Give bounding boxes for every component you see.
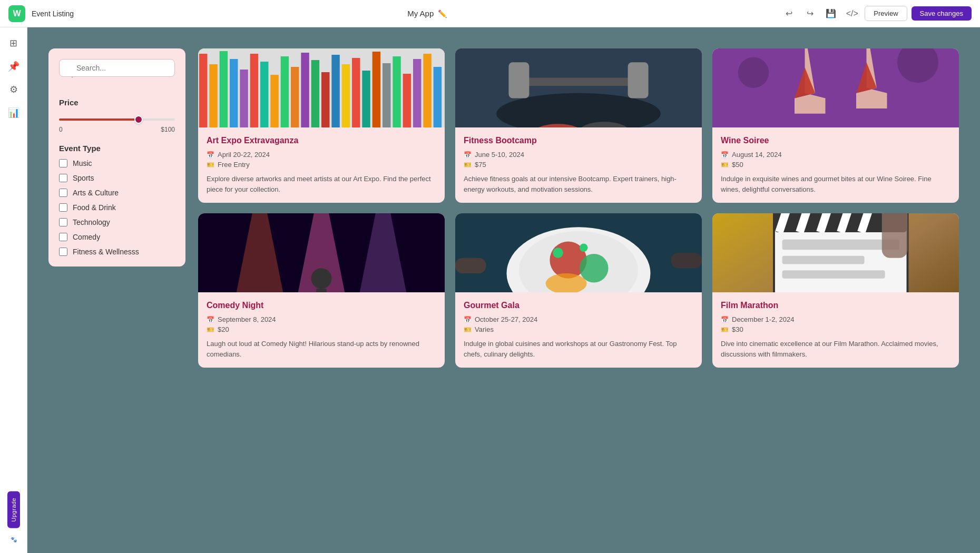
event-date-fitness: 📅 June 5-10, 2024 xyxy=(464,151,693,159)
checkbox-fitness[interactable]: Fitness & Wellnesss xyxy=(59,248,175,256)
svg-rect-43 xyxy=(316,289,327,292)
search-input[interactable] xyxy=(59,59,175,77)
svg-rect-5 xyxy=(250,54,258,127)
ticket-icon-2: 🎫 xyxy=(464,161,472,169)
ticket-icon-4: 🎫 xyxy=(207,326,214,333)
topbar-actions: ↩ ↪ 💾 </> Preview Save changes xyxy=(780,5,972,22)
event-price-film: 🎫 $30 xyxy=(721,325,950,333)
svg-rect-17 xyxy=(373,52,380,127)
svg-rect-58 xyxy=(455,258,486,273)
checkbox-arts-input[interactable] xyxy=(59,189,67,197)
price-slider[interactable] xyxy=(59,118,175,121)
event-card-body-comedy: Comedy Night 📅 September 8, 2024 🎫 $20 L… xyxy=(198,292,445,368)
filter-panel: 🔍 Price 0 $100 Event Type Music xyxy=(48,48,185,266)
checkbox-comedy-input[interactable] xyxy=(59,233,67,241)
checkbox-fitness-input[interactable] xyxy=(59,248,67,256)
events-grid: Art Expo Extravaganza 📅 April 20-22, 202… xyxy=(198,48,959,532)
event-desc-gourmet: Indulge in global cuisines and workshops… xyxy=(464,339,693,359)
event-price-art: 🎫 Free Entry xyxy=(207,161,436,169)
preview-button[interactable]: Preview xyxy=(865,6,907,21)
event-meta-fitness: 📅 June 5-10, 2024 🎫 $75 xyxy=(464,151,693,169)
ticket-icon-3: 🎫 xyxy=(721,161,729,169)
svg-rect-9 xyxy=(291,67,299,127)
checkbox-food-input[interactable] xyxy=(59,203,67,212)
svg-rect-18 xyxy=(383,63,390,127)
checkbox-technology-input[interactable] xyxy=(59,218,67,226)
upgrade-button[interactable]: Upgrade xyxy=(7,491,20,528)
ticket-icon-6: 🎫 xyxy=(721,326,729,333)
svg-rect-16 xyxy=(362,71,370,127)
svg-rect-8 xyxy=(281,56,289,127)
svg-rect-22 xyxy=(423,54,431,127)
gourmet-image xyxy=(455,213,702,292)
svg-rect-12 xyxy=(321,72,329,127)
svg-rect-23 xyxy=(434,67,442,127)
event-price-wine: 🎫 $50 xyxy=(721,161,950,169)
checkbox-comedy[interactable]: Comedy xyxy=(59,233,175,241)
price-section-title: Price xyxy=(59,98,175,107)
event-meta-wine: 📅 August 14, 2024 🎫 $50 xyxy=(721,151,950,169)
event-title-wine: Wine Soiree xyxy=(721,136,950,145)
undo-button[interactable]: ↩ xyxy=(780,5,797,22)
calendar-icon-5: 📅 xyxy=(464,316,472,323)
edit-app-name-icon[interactable]: ✏️ xyxy=(438,9,447,18)
event-card-art-expo: Art Expo Extravaganza 📅 April 20-22, 202… xyxy=(198,48,445,203)
event-date-comedy: 📅 September 8, 2024 xyxy=(207,315,436,323)
topbar: W Event Listing My App ✏️ ↩ ↪ 💾 </> Prev… xyxy=(0,0,980,27)
fitness-image xyxy=(455,48,702,127)
event-meta-gourmet: 📅 October 25-27, 2024 🎫 Varies xyxy=(464,315,693,333)
svg-point-57 xyxy=(580,243,588,252)
event-price-gourmet: 🎫 Varies xyxy=(464,325,693,333)
redo-button[interactable]: ↪ xyxy=(801,5,818,22)
sidebar-item-grid[interactable]: ⊞ xyxy=(4,34,23,53)
price-range-container: Price 0 $100 xyxy=(59,98,175,133)
sidebar-item-settings[interactable]: ⚙ xyxy=(4,80,23,99)
search-wrapper: 🔍 xyxy=(59,59,175,87)
price-min-label: 0 xyxy=(59,126,63,133)
price-slider-wrapper xyxy=(59,113,175,123)
svg-rect-72 xyxy=(882,213,908,258)
save-draft-button[interactable]: 💾 xyxy=(822,5,839,22)
checkbox-arts[interactable]: Arts & Culture xyxy=(59,189,175,197)
svg-rect-27 xyxy=(508,62,529,98)
checkbox-technology[interactable]: Technology xyxy=(59,218,175,226)
svg-rect-28 xyxy=(628,62,649,98)
checkbox-music-input[interactable] xyxy=(59,159,67,167)
checkbox-sports-input[interactable] xyxy=(59,174,67,182)
save-changes-button[interactable]: Save changes xyxy=(912,6,972,21)
checkbox-music[interactable]: Music xyxy=(59,159,175,167)
sidebar-item-analytics[interactable]: 📊 xyxy=(4,103,23,122)
svg-point-56 xyxy=(553,248,563,258)
svg-rect-1 xyxy=(209,64,217,127)
event-meta-film: 📅 December 1-2, 2024 🎫 $30 xyxy=(721,315,950,333)
event-title-comedy: Comedy Night xyxy=(207,301,436,310)
ticket-icon-5: 🎫 xyxy=(464,326,472,333)
svg-rect-15 xyxy=(352,58,360,127)
svg-rect-10 xyxy=(301,53,309,127)
svg-rect-70 xyxy=(782,256,865,264)
sidebar-item-tools[interactable]: 📌 xyxy=(4,57,23,76)
code-button[interactable]: </> xyxy=(844,5,860,22)
page-title: Event Listing xyxy=(32,9,74,18)
comedy-image xyxy=(198,213,445,292)
event-card-body-film: Film Marathon 📅 December 1-2, 2024 🎫 $30… xyxy=(712,292,959,368)
svg-rect-14 xyxy=(342,64,350,127)
checkbox-food[interactable]: Food & Drink xyxy=(59,203,175,212)
app-name-label: My App xyxy=(407,9,434,18)
checkbox-sports[interactable]: Sports xyxy=(59,174,175,182)
calendar-icon-3: 📅 xyxy=(721,151,729,159)
svg-rect-6 xyxy=(260,62,268,127)
event-desc-wine: Indulge in exquisite wines and gourmet b… xyxy=(721,174,950,194)
event-date-wine: 📅 August 14, 2024 xyxy=(721,151,950,159)
svg-rect-7 xyxy=(270,75,278,127)
event-card-body-fitness: Fitness Bootcamp 📅 June 5-10, 2024 🎫 $75… xyxy=(455,127,702,203)
svg-rect-4 xyxy=(240,70,248,127)
event-card-gourmet: Gourmet Gala 📅 October 25-27, 2024 🎫 Var… xyxy=(455,213,702,368)
calendar-icon-4: 📅 xyxy=(207,316,214,323)
price-max-label: $100 xyxy=(161,126,175,133)
price-labels: 0 $100 xyxy=(59,126,175,133)
svg-rect-21 xyxy=(413,59,421,127)
event-card-body-wine: Wine Soiree 📅 August 14, 2024 🎫 $50 Indu… xyxy=(712,127,959,203)
event-desc-comedy: Laugh out loud at Comedy Night! Hilariou… xyxy=(207,339,436,359)
event-date-film: 📅 December 1-2, 2024 xyxy=(721,315,950,323)
